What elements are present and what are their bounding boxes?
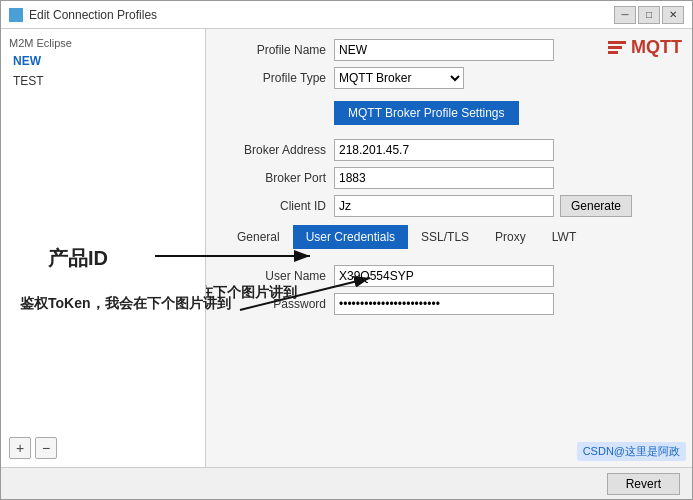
add-profile-button[interactable]: + [9,437,31,459]
mqtt-logo-stripes [608,41,626,54]
username-input[interactable] [334,265,554,287]
mqtt-logo: MQTT [608,37,682,58]
client-id-row: Client ID Generate [224,195,674,217]
profile-type-select[interactable]: MQTT Broker [334,67,464,89]
window-title: Edit Connection Profiles [29,8,608,22]
title-bar: Edit Connection Profiles ─ □ ✕ [1,1,692,29]
window-controls: ─ □ ✕ [614,6,684,24]
tab-user-credentials[interactable]: User Credentials [293,225,408,249]
annotation-token-note: 鉴权ToKen，我会在下个图片讲到 [206,284,297,302]
main-content: M2M Eclipse NEW TEST + − MQTT Profile N [1,29,692,467]
sidebar-header: M2M Eclipse [1,33,205,51]
sidebar: M2M Eclipse NEW TEST + − [1,29,206,467]
tabs-bar: General User Credentials SSL/TLS Proxy L… [224,225,674,249]
profile-name-label: Profile Name [224,43,334,57]
username-label: User Name [224,269,334,283]
broker-port-label: Broker Port [224,171,334,185]
broker-address-input[interactable] [334,139,554,161]
tab-ssl-tls[interactable]: SSL/TLS [408,225,482,249]
password-input[interactable] [334,293,554,315]
client-id-input[interactable] [334,195,554,217]
revert-button[interactable]: Revert [607,473,680,495]
profile-type-row: Profile Type MQTT Broker [224,67,674,89]
profile-name-row: Profile Name [224,39,674,61]
sidebar-footer: + − [9,437,57,459]
maximize-button[interactable]: □ [638,6,660,24]
bottom-bar: Revert [1,467,692,499]
generate-button[interactable]: Generate [560,195,632,217]
profile-type-label: Profile Type [224,71,334,85]
broker-address-row: Broker Address [224,139,674,161]
watermark: CSDN@这里是阿政 [577,442,686,461]
client-id-label: Client ID [224,199,334,213]
tab-lwt[interactable]: LWT [539,225,589,249]
right-panel: MQTT Profile Name Profile Type MQTT Brok… [206,29,692,467]
window-icon [9,8,23,22]
broker-port-row: Broker Port [224,167,674,189]
close-button[interactable]: ✕ [662,6,684,24]
sidebar-item-test[interactable]: TEST [1,71,205,91]
mqtt-logo-text: MQTT [631,37,682,58]
broker-port-input[interactable] [334,167,554,189]
remove-profile-button[interactable]: − [35,437,57,459]
sidebar-item-new[interactable]: NEW [1,51,205,71]
main-window: Edit Connection Profiles ─ □ ✕ M2M Eclip… [0,0,693,500]
profile-name-input[interactable] [334,39,554,61]
tab-general[interactable]: General [224,225,293,249]
tab-proxy[interactable]: Proxy [482,225,539,249]
broker-address-label: Broker Address [224,143,334,157]
broker-profile-settings-button[interactable]: MQTT Broker Profile Settings [334,101,519,125]
minimize-button[interactable]: ─ [614,6,636,24]
